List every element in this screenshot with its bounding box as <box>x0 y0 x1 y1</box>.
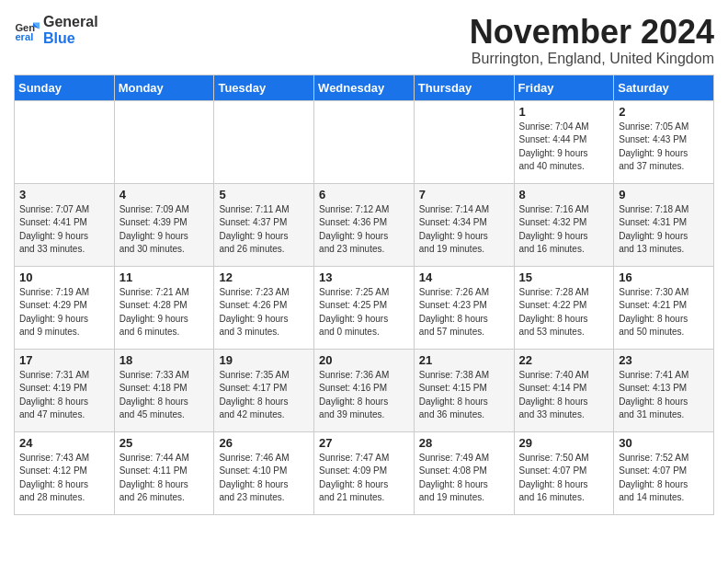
day-number: 12 <box>219 270 309 284</box>
calendar-cell <box>414 100 514 183</box>
calendar-cell: 19Sunrise: 7:35 AM Sunset: 4:17 PM Dayli… <box>214 349 314 431</box>
day-info: Sunrise: 7:30 AM Sunset: 4:21 PM Dayligh… <box>619 286 709 339</box>
day-info: Sunrise: 7:12 AM Sunset: 4:36 PM Dayligh… <box>319 203 409 257</box>
calendar-cell: 16Sunrise: 7:30 AM Sunset: 4:21 PM Dayli… <box>614 266 714 349</box>
day-number: 2 <box>619 105 709 119</box>
title-area: November 2024 Burrington, England, Unite… <box>470 14 714 67</box>
weekday-header-tuesday: Tuesday <box>214 75 314 100</box>
day-info: Sunrise: 7:23 AM Sunset: 4:26 PM Dayligh… <box>219 286 309 339</box>
day-info: Sunrise: 7:44 AM Sunset: 4:11 PM Dayligh… <box>119 452 210 505</box>
day-number: 10 <box>19 270 109 284</box>
day-info: Sunrise: 7:46 AM Sunset: 4:10 PM Dayligh… <box>219 452 309 505</box>
calendar-cell <box>314 100 415 183</box>
day-info: Sunrise: 7:38 AM Sunset: 4:15 PM Dayligh… <box>419 369 509 422</box>
day-number: 9 <box>619 188 709 201</box>
calendar-cell: 12Sunrise: 7:23 AM Sunset: 4:26 PM Dayli… <box>214 266 314 349</box>
day-info: Sunrise: 7:07 AM Sunset: 4:41 PM Dayligh… <box>19 203 109 257</box>
svg-text:eral: eral <box>15 31 33 42</box>
day-info: Sunrise: 7:19 AM Sunset: 4:29 PM Dayligh… <box>19 286 109 339</box>
day-info: Sunrise: 7:50 AM Sunset: 4:07 PM Dayligh… <box>519 452 609 505</box>
calendar-cell: 28Sunrise: 7:49 AM Sunset: 4:08 PM Dayli… <box>414 431 514 514</box>
calendar-table: SundayMondayTuesdayWednesdayThursdayFrid… <box>14 75 714 515</box>
calendar-cell: 11Sunrise: 7:21 AM Sunset: 4:28 PM Dayli… <box>114 266 214 349</box>
day-number: 4 <box>119 188 210 201</box>
calendar-cell: 20Sunrise: 7:36 AM Sunset: 4:16 PM Dayli… <box>314 349 415 431</box>
day-info: Sunrise: 7:16 AM Sunset: 4:32 PM Dayligh… <box>519 203 609 257</box>
day-number: 22 <box>519 353 609 367</box>
day-info: Sunrise: 7:04 AM Sunset: 4:44 PM Dayligh… <box>519 121 609 174</box>
calendar-cell: 3Sunrise: 7:07 AM Sunset: 4:41 PM Daylig… <box>15 183 115 266</box>
calendar-cell: 30Sunrise: 7:52 AM Sunset: 4:07 PM Dayli… <box>614 431 714 514</box>
day-number: 18 <box>119 353 210 367</box>
day-info: Sunrise: 7:52 AM Sunset: 4:07 PM Dayligh… <box>619 452 709 505</box>
day-number: 17 <box>19 353 109 367</box>
calendar-cell: 26Sunrise: 7:46 AM Sunset: 4:10 PM Dayli… <box>214 431 314 514</box>
day-number: 29 <box>519 436 609 450</box>
day-info: Sunrise: 7:41 AM Sunset: 4:13 PM Dayligh… <box>619 369 709 422</box>
day-number: 23 <box>619 353 709 367</box>
weekday-header-wednesday: Wednesday <box>314 75 415 100</box>
logo-text-blue: Blue <box>43 30 98 47</box>
day-number: 16 <box>619 270 709 284</box>
weekday-header-row: SundayMondayTuesdayWednesdayThursdayFrid… <box>15 75 714 100</box>
calendar-cell: 9Sunrise: 7:18 AM Sunset: 4:31 PM Daylig… <box>614 183 714 266</box>
calendar-cell: 1Sunrise: 7:04 AM Sunset: 4:44 PM Daylig… <box>514 100 614 183</box>
day-number: 5 <box>219 188 309 201</box>
day-number: 21 <box>419 353 509 367</box>
day-info: Sunrise: 7:47 AM Sunset: 4:09 PM Dayligh… <box>319 452 409 505</box>
day-number: 15 <box>519 270 609 284</box>
calendar-cell: 2Sunrise: 7:05 AM Sunset: 4:43 PM Daylig… <box>614 100 714 183</box>
week-row-1: 1Sunrise: 7:04 AM Sunset: 4:44 PM Daylig… <box>15 100 714 183</box>
day-info: Sunrise: 7:40 AM Sunset: 4:14 PM Dayligh… <box>519 369 609 422</box>
week-row-3: 10Sunrise: 7:19 AM Sunset: 4:29 PM Dayli… <box>15 266 714 349</box>
calendar-cell: 18Sunrise: 7:33 AM Sunset: 4:18 PM Dayli… <box>114 349 214 431</box>
day-number: 27 <box>319 436 409 450</box>
calendar-cell: 21Sunrise: 7:38 AM Sunset: 4:15 PM Dayli… <box>414 349 514 431</box>
calendar-cell: 25Sunrise: 7:44 AM Sunset: 4:11 PM Dayli… <box>114 431 214 514</box>
logo: Gen eral General Blue <box>14 14 98 46</box>
calendar-cell: 5Sunrise: 7:11 AM Sunset: 4:37 PM Daylig… <box>214 183 314 266</box>
day-info: Sunrise: 7:31 AM Sunset: 4:19 PM Dayligh… <box>19 369 109 422</box>
day-info: Sunrise: 7:28 AM Sunset: 4:22 PM Dayligh… <box>519 286 609 339</box>
day-info: Sunrise: 7:25 AM Sunset: 4:25 PM Dayligh… <box>319 286 409 339</box>
day-number: 30 <box>619 436 709 450</box>
week-row-2: 3Sunrise: 7:07 AM Sunset: 4:41 PM Daylig… <box>15 183 714 266</box>
day-number: 19 <box>219 353 309 367</box>
day-number: 24 <box>19 436 109 450</box>
calendar-cell: 17Sunrise: 7:31 AM Sunset: 4:19 PM Dayli… <box>15 349 115 431</box>
day-info: Sunrise: 7:09 AM Sunset: 4:39 PM Dayligh… <box>119 203 210 257</box>
day-number: 13 <box>319 270 409 284</box>
day-info: Sunrise: 7:36 AM Sunset: 4:16 PM Dayligh… <box>319 369 409 422</box>
day-info: Sunrise: 7:11 AM Sunset: 4:37 PM Dayligh… <box>219 203 309 257</box>
weekday-header-friday: Friday <box>514 75 614 100</box>
calendar-cell: 14Sunrise: 7:26 AM Sunset: 4:23 PM Dayli… <box>414 266 514 349</box>
day-number: 11 <box>119 270 210 284</box>
calendar-cell <box>15 100 115 183</box>
day-number: 25 <box>119 436 210 450</box>
month-title: November 2024 <box>470 14 714 51</box>
calendar-cell: 8Sunrise: 7:16 AM Sunset: 4:32 PM Daylig… <box>514 183 614 266</box>
calendar-cell: 22Sunrise: 7:40 AM Sunset: 4:14 PM Dayli… <box>514 349 614 431</box>
calendar-cell <box>214 100 314 183</box>
calendar-cell: 29Sunrise: 7:50 AM Sunset: 4:07 PM Dayli… <box>514 431 614 514</box>
weekday-header-saturday: Saturday <box>614 75 714 100</box>
day-info: Sunrise: 7:33 AM Sunset: 4:18 PM Dayligh… <box>119 369 210 422</box>
week-row-5: 24Sunrise: 7:43 AM Sunset: 4:12 PM Dayli… <box>15 431 714 514</box>
calendar-cell: 23Sunrise: 7:41 AM Sunset: 4:13 PM Dayli… <box>614 349 714 431</box>
day-number: 7 <box>419 188 509 201</box>
calendar-cell: 7Sunrise: 7:14 AM Sunset: 4:34 PM Daylig… <box>414 183 514 266</box>
calendar-cell: 27Sunrise: 7:47 AM Sunset: 4:09 PM Dayli… <box>314 431 415 514</box>
day-info: Sunrise: 7:26 AM Sunset: 4:23 PM Dayligh… <box>419 286 509 339</box>
calendar-cell: 10Sunrise: 7:19 AM Sunset: 4:29 PM Dayli… <box>15 266 115 349</box>
weekday-header-monday: Monday <box>114 75 214 100</box>
logo-icon: Gen eral <box>14 17 40 43</box>
day-number: 28 <box>419 436 509 450</box>
day-info: Sunrise: 7:43 AM Sunset: 4:12 PM Dayligh… <box>19 452 109 505</box>
calendar-cell: 13Sunrise: 7:25 AM Sunset: 4:25 PM Dayli… <box>314 266 415 349</box>
day-info: Sunrise: 7:05 AM Sunset: 4:43 PM Dayligh… <box>619 121 709 174</box>
day-number: 1 <box>519 105 609 119</box>
day-info: Sunrise: 7:21 AM Sunset: 4:28 PM Dayligh… <box>119 286 210 339</box>
calendar-cell: 24Sunrise: 7:43 AM Sunset: 4:12 PM Dayli… <box>15 431 115 514</box>
calendar-cell: 4Sunrise: 7:09 AM Sunset: 4:39 PM Daylig… <box>114 183 214 266</box>
day-info: Sunrise: 7:18 AM Sunset: 4:31 PM Dayligh… <box>619 203 709 257</box>
